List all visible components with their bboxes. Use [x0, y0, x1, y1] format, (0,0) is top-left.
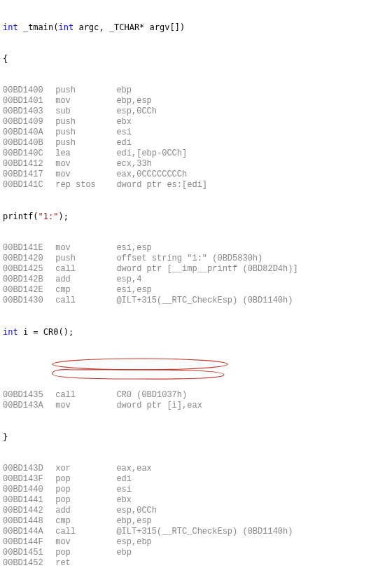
brace-open: { [3, 54, 389, 64]
asm-line[interactable]: 00BD144A call @ILT+315(__RTC_CheckEsp) (… [3, 527, 389, 537]
disassembly-view[interactable]: int _tmain(int argc, _TCHAR* argv[]) { 0… [0, 0, 392, 575]
asm-line[interactable]: 00BD1451 pop ebp [3, 548, 389, 558]
asm-line[interactable]: 00BD1430 call @ILT+315(__RTC_CheckEsp) (… [3, 296, 389, 306]
asm-line[interactable]: 00BD1441 pop ebx [3, 495, 389, 506]
annotation-ellipses [49, 357, 280, 380]
asm-line[interactable]: 00BD142B add esp,4 [3, 275, 389, 285]
asm-line[interactable]: 00BD1403 sub esp,0CCh [3, 106, 389, 117]
asm-line[interactable]: 00BD143D xor eax,eax [3, 464, 389, 474]
asm-line[interactable]: 00BD1452 ret [3, 558, 389, 569]
asm-line[interactable]: 00BD144F mov esp,ebp [3, 537, 389, 548]
asm-line[interactable]: 00BD1412 mov ecx,33h [3, 159, 389, 169]
asm-line[interactable]: 00BD142E cmp esi,esp [3, 285, 389, 296]
asm-line[interactable]: 00BD143F pop edi [3, 474, 389, 485]
asm-line[interactable]: 00BD1400 push ebp [3, 85, 389, 96]
asm-line[interactable]: 00BD141E mov esi,esp [3, 243, 389, 254]
asm-line[interactable]: 00BD1401 mov ebp,esp [3, 96, 389, 106]
source-line-printf: printf("1:"); [3, 212, 389, 222]
source-line-int: int i = CR0(); [3, 327, 389, 338]
asm-line[interactable]: 00BD1448 cmp ebp,esp [3, 516, 389, 527]
asm-line[interactable]: 00BD140B push edi [3, 138, 389, 148]
asm-line[interactable]: 00BD1420 push offset string "1:" (0BD583… [3, 254, 389, 264]
asm-line[interactable]: 00BD1417 mov eax,0CCCCCCCCh [3, 169, 389, 180]
asm-line[interactable]: 00BD1440 pop esi [3, 485, 389, 495]
source-line-sig: int _tmain(int argc, _TCHAR* argv[]) [3, 22, 389, 33]
svg-point-0 [52, 359, 227, 370]
asm-line[interactable]: 00BD143A mov dword ptr [i],eax [3, 401, 389, 411]
asm-line[interactable]: 00BD141C rep stos dword ptr es:[edi] [3, 180, 389, 190]
asm-line[interactable]: 00BD1435 call CR0 (0BD1037h) [3, 390, 389, 401]
asm-line[interactable]: 00BD1425 call dword ptr [__imp__printf (… [3, 264, 389, 275]
asm-line[interactable]: 00BD140A push esi [3, 127, 389, 138]
asm-line[interactable]: 00BD1409 push ebx [3, 117, 389, 127]
asm-line[interactable]: 00BD140C lea edi,[ebp-0CCh] [3, 148, 389, 159]
brace-close: } [3, 432, 389, 443]
asm-line[interactable]: 00BD1442 add esp,0CCh [3, 506, 389, 516]
